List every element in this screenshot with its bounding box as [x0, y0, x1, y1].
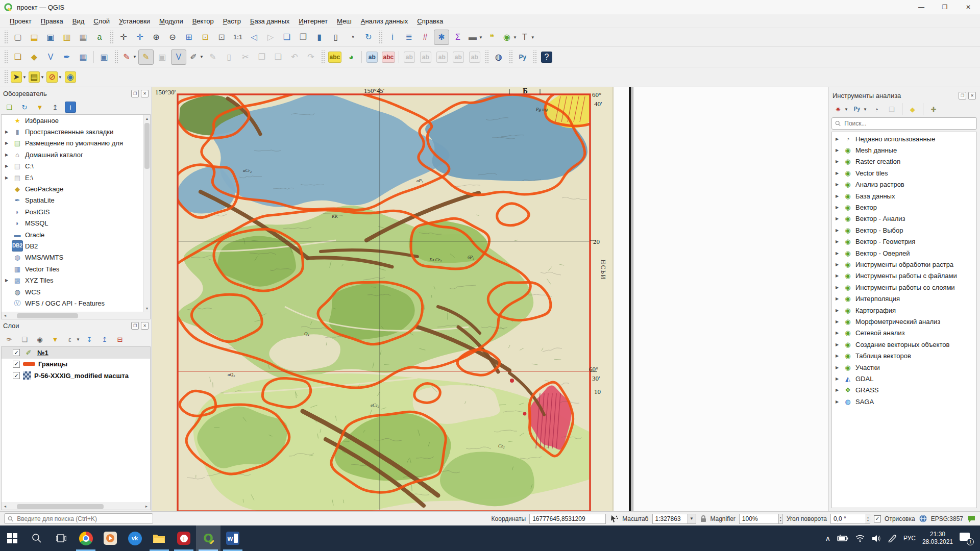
open-layer-styling-button[interactable]: ✑: [3, 333, 16, 346]
toolbox-group[interactable]: ▶◉Инструменты работы с файлами: [832, 270, 976, 282]
add-group-button[interactable]: ❏: [18, 333, 31, 346]
toolbox-group[interactable]: ▶◉Mesh данные: [832, 144, 976, 156]
locator-search-input[interactable]: [16, 515, 150, 523]
toolbox-options-button[interactable]: ✚: [927, 103, 940, 116]
expand-arrow-icon[interactable]: ▶: [834, 388, 840, 392]
battery-icon[interactable]: [837, 535, 848, 542]
toolbox-float-button[interactable]: ❐: [959, 92, 966, 99]
render-checkbox[interactable]: ✓: [874, 515, 881, 522]
toolbox-group[interactable]: ▶◉Сетевой анализ: [832, 328, 976, 339]
text-annotation-button[interactable]: T▼: [519, 30, 535, 45]
tray-language[interactable]: РУС: [903, 535, 916, 542]
expand-arrow-icon[interactable]: ▶: [834, 182, 840, 187]
browser-item[interactable]: ◍WCS: [2, 286, 150, 297]
expand-arrow-icon[interactable]: ▶: [834, 194, 840, 198]
toolbox-search-input[interactable]: [843, 119, 973, 128]
toolbox-group[interactable]: ▶◔Недавно использованные: [832, 133, 976, 144]
zoom-to-layer-button[interactable]: ⊡: [214, 30, 229, 45]
toolbox-group[interactable]: ▶◉Вектор - Анализ: [832, 213, 976, 224]
expand-arrow-icon[interactable]: ▶: [834, 171, 840, 176]
browser-item[interactable]: ◗MSSQL: [2, 218, 150, 229]
minimize-button[interactable]: —: [910, 0, 933, 14]
new-project-button[interactable]: ▢: [10, 30, 26, 45]
zoom-out-button[interactable]: ⊖: [165, 30, 180, 45]
layer-item[interactable]: ✓P-56-XXXIG_modified масшта: [2, 370, 150, 382]
identify-features-button[interactable]: i: [385, 30, 400, 45]
expand-arrow-icon[interactable]: ▶: [834, 159, 840, 164]
magnifier-input[interactable]: [739, 514, 779, 524]
filter-legend-button[interactable]: ▼: [48, 333, 62, 346]
taskbar-chrome[interactable]: [74, 525, 98, 551]
browser-close-button[interactable]: ✕: [141, 90, 149, 97]
browser-float-button[interactable]: ❐: [131, 90, 139, 97]
zoom-full-button[interactable]: ⊞: [181, 30, 197, 45]
expand-arrow-icon[interactable]: ▶: [834, 205, 840, 210]
collapse-browser-button[interactable]: ↥: [48, 101, 62, 114]
layer-item[interactable]: ✓Границы: [2, 359, 150, 370]
collapse-all-layers-button[interactable]: ↥: [98, 333, 111, 346]
layer-diagrams-button[interactable]: ◕: [344, 49, 359, 65]
toolbox-group[interactable]: ▶◉Анализ растров: [832, 179, 976, 190]
browser-item[interactable]: ▬Oracle: [2, 229, 150, 240]
taskbar-search[interactable]: [24, 525, 49, 551]
browser-item[interactable]: DB2DB2: [2, 240, 150, 252]
volume-icon[interactable]: [872, 535, 881, 542]
layers-horizontal-scrollbar[interactable]: ◄ ►: [2, 503, 150, 510]
browser-item[interactable]: ✒SpatiaLite: [2, 195, 150, 206]
select-by-value-button[interactable]: ▤▼: [28, 70, 45, 84]
expand-arrow-icon[interactable]: ▶: [834, 319, 840, 324]
edit-in-place-button[interactable]: ◆: [906, 103, 919, 116]
taskbar-explorer[interactable]: [147, 525, 172, 551]
zoom-in-button[interactable]: ⊕: [149, 30, 164, 45]
new-shapefile-button[interactable]: V: [43, 49, 58, 65]
new-geopackage-button[interactable]: ◆: [27, 49, 42, 65]
menu-item[interactable]: Справка: [412, 15, 448, 27]
pan-to-selection-button[interactable]: ✛: [132, 30, 148, 45]
attribute-table-button[interactable]: ≣: [401, 30, 416, 45]
new-map-view-button[interactable]: ❏: [279, 30, 295, 45]
toolbox-group[interactable]: ▶◉Инструменты работы со слоями: [832, 282, 976, 293]
expand-arrow-icon[interactable]: ▶: [834, 137, 840, 141]
taskbar-media-player[interactable]: [98, 525, 122, 551]
refresh-button[interactable]: ↻: [361, 30, 376, 45]
toolbox-group[interactable]: ▶◉Vector tiles: [832, 167, 976, 179]
layers-float-button[interactable]: ❐: [131, 322, 139, 330]
refresh-browser-button[interactable]: ↻: [18, 101, 31, 114]
new-virtual-layer-button[interactable]: ▦: [76, 49, 91, 65]
browser-item[interactable]: ▶▤Размещение по умолчанию для: [2, 138, 150, 149]
browser-item[interactable]: ▦Vector Tiles: [2, 263, 150, 274]
coordinate-capture-icon[interactable]: [609, 514, 619, 523]
expand-arrow-icon[interactable]: ▶: [834, 365, 840, 370]
magnifier-spinner[interactable]: [779, 514, 783, 524]
expand-arrow-icon[interactable]: ▶: [4, 130, 10, 134]
remove-layer-button[interactable]: ⊟: [113, 333, 127, 346]
sum-statistics-button[interactable]: Σ: [450, 30, 465, 45]
toolbox-group[interactable]: ▶◉Морфометрический анализ: [832, 316, 976, 327]
expand-arrow-icon[interactable]: ▶: [4, 176, 10, 180]
restore-button[interactable]: ❐: [933, 0, 957, 14]
zoom-native-button[interactable]: 1:1: [230, 30, 246, 45]
help-button[interactable]: ?: [539, 49, 554, 65]
rotation-input[interactable]: [830, 514, 866, 524]
toggle-editing-button[interactable]: ✎: [138, 49, 154, 65]
toolbox-close-button[interactable]: ✕: [968, 92, 976, 99]
wifi-icon[interactable]: [855, 535, 865, 542]
expand-arrow-icon[interactable]: ▶: [834, 273, 840, 278]
select-by-location-button[interactable]: ◉: [64, 70, 77, 84]
new-memory-layer-button[interactable]: ▣: [96, 49, 112, 65]
layer-visibility-checkbox[interactable]: ✓: [13, 372, 20, 379]
deselect-all-button[interactable]: ⊘▼: [46, 70, 63, 84]
toolbox-group[interactable]: ▶◉Картография: [832, 305, 976, 316]
toolbox-group[interactable]: ▶◉Вектор - Геометрия: [832, 236, 976, 247]
save-project-button[interactable]: ▣: [43, 30, 58, 45]
browser-horizontal-scrollbar[interactable]: ◄: [2, 312, 150, 319]
browser-item[interactable]: ★Избранное: [2, 115, 150, 126]
style-manager-button[interactable]: ▥: [59, 30, 75, 45]
expand-arrow-icon[interactable]: ▶: [4, 278, 10, 283]
tray-chevron-icon[interactable]: ∧: [825, 534, 830, 542]
run-feature-action-button[interactable]: ◉▼: [501, 30, 518, 45]
toolbox-group[interactable]: ▶◉База данных: [832, 190, 976, 202]
browser-properties-button[interactable]: i: [64, 101, 77, 114]
highlight-pinned-button[interactable]: abc: [381, 49, 396, 65]
layers-close-button[interactable]: ✕: [141, 322, 149, 330]
